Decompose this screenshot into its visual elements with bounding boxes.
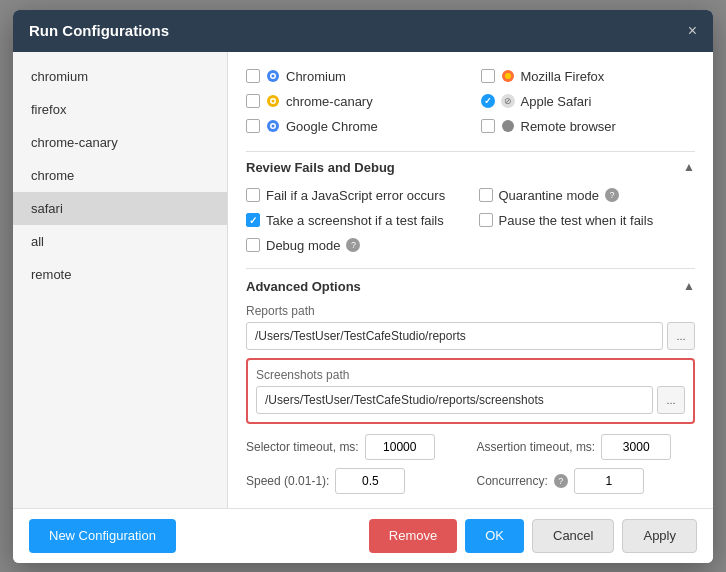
svg-point-11 <box>502 120 514 132</box>
divider-1 <box>246 151 695 152</box>
browser-canary: chrome-canary <box>246 91 461 112</box>
pause-fails-checkbox[interactable] <box>479 213 493 227</box>
firefox-checkbox[interactable] <box>481 69 495 83</box>
speed-row: Speed (0.01-1): Concurrency: ? <box>246 468 695 494</box>
js-error-checkbox[interactable] <box>246 188 260 202</box>
browser-safari-checkbox-row: ⊘ Apple Safari <box>481 91 696 112</box>
selector-timeout-input[interactable] <box>365 434 435 460</box>
advanced-section-collapse[interactable]: ▲ <box>683 279 695 293</box>
option-debug-mode: Debug mode ? <box>246 235 463 256</box>
debug-mode-checkbox[interactable] <box>246 238 260 252</box>
firefox-icon <box>501 69 515 83</box>
remove-button[interactable]: Remove <box>369 519 457 553</box>
screenshots-path-label: Screenshots path <box>256 368 685 382</box>
reports-path-input[interactable] <box>246 322 663 350</box>
dialog-title: Run Configurations <box>29 22 169 39</box>
selector-timeout-label: Selector timeout, ms: <box>246 440 359 454</box>
reports-path-row: ... <box>246 322 695 350</box>
screenshot-checkbox[interactable] <box>246 213 260 227</box>
svg-point-10 <box>272 125 275 128</box>
review-options-grid: Fail if a JavaScript error occurs Quaran… <box>246 185 695 256</box>
browser-firefox: Mozilla Firefox <box>481 66 696 87</box>
dialog-body: chromium firefox chrome-canary chrome sa… <box>13 52 713 508</box>
ok-button[interactable]: OK <box>465 519 524 553</box>
debug-mode-help-icon[interactable]: ? <box>346 238 360 252</box>
sidebar-item-firefox[interactable]: firefox <box>13 93 227 126</box>
cancel-button[interactable]: Cancel <box>532 519 614 553</box>
close-button[interactable]: × <box>688 22 697 40</box>
review-section: Review Fails and Debug ▲ Fail if a JavaS… <box>246 160 695 256</box>
sidebar: chromium firefox chrome-canary chrome sa… <box>13 52 228 508</box>
svg-point-7 <box>272 100 275 103</box>
browsers-section: Chromium Mozilla Firefox <box>246 66 695 137</box>
svg-point-4 <box>505 73 511 79</box>
chrome-checkbox[interactable] <box>246 119 260 133</box>
option-screenshot: Take a screenshot if a test fails <box>246 210 463 231</box>
screenshots-browse-button[interactable]: ... <box>657 386 685 414</box>
sidebar-item-chrome-canary[interactable]: chrome-canary <box>13 126 227 159</box>
safari-disabled-icon: ⊘ <box>501 94 515 108</box>
concurrency-help-icon[interactable]: ? <box>554 474 568 488</box>
advanced-section: Advanced Options ▲ Reports path ... Scre… <box>246 279 695 494</box>
review-section-title: Review Fails and Debug <box>246 160 395 175</box>
reports-browse-button[interactable]: ... <box>667 322 695 350</box>
canary-checkbox[interactable] <box>246 94 260 108</box>
concurrency-input[interactable] <box>574 468 644 494</box>
speed-input[interactable] <box>335 468 405 494</box>
sidebar-item-safari[interactable]: safari <box>13 192 227 225</box>
assertion-timeout-label: Assertion timeout, ms: <box>477 440 596 454</box>
option-quarantine: Quarantine mode ? <box>479 185 696 206</box>
timeout-row: Selector timeout, ms: Assertion timeout,… <box>246 434 695 460</box>
quarantine-checkbox[interactable] <box>479 188 493 202</box>
svg-point-2 <box>272 75 275 78</box>
sidebar-item-chromium[interactable]: chromium <box>13 60 227 93</box>
dialog-header: Run Configurations × <box>13 10 713 52</box>
footer-left: New Configuration <box>29 519 361 553</box>
browser-chromium: Chromium <box>246 66 461 87</box>
reports-path-label: Reports path <box>246 304 695 318</box>
chromium-icon <box>266 69 280 83</box>
review-section-collapse[interactable]: ▲ <box>683 160 695 174</box>
screenshots-path-row: ... <box>256 386 685 414</box>
browser-chrome: Google Chrome <box>246 116 461 137</box>
safari-checkbox[interactable] <box>481 94 495 108</box>
sidebar-item-all[interactable]: all <box>13 225 227 258</box>
speed-group: Speed (0.01-1): <box>246 468 465 494</box>
dialog-footer: New Configuration Remove OK Cancel Apply <box>13 508 713 563</box>
screenshots-path-input[interactable] <box>256 386 653 414</box>
chromium-checkbox[interactable] <box>246 69 260 83</box>
remote-checkbox[interactable] <box>481 119 495 133</box>
screenshots-path-section: Screenshots path ... <box>246 358 695 424</box>
option-js-error: Fail if a JavaScript error occurs <box>246 185 463 206</box>
remote-icon <box>501 119 515 133</box>
advanced-section-header: Advanced Options ▲ <box>246 279 695 294</box>
sidebar-item-remote[interactable]: remote <box>13 258 227 291</box>
speed-label: Speed (0.01-1): <box>246 474 329 488</box>
browser-remote: Remote browser <box>481 116 696 137</box>
review-section-header: Review Fails and Debug ▲ <box>246 160 695 175</box>
quarantine-help-icon[interactable]: ? <box>605 188 619 202</box>
new-configuration-button[interactable]: New Configuration <box>29 519 176 553</box>
divider-2 <box>246 268 695 269</box>
concurrency-group: Concurrency: ? <box>477 468 696 494</box>
selector-timeout-group: Selector timeout, ms: <box>246 434 465 460</box>
run-configurations-dialog: Run Configurations × chromium firefox ch… <box>13 10 713 563</box>
assertion-timeout-group: Assertion timeout, ms: <box>477 434 696 460</box>
advanced-section-title: Advanced Options <box>246 279 361 294</box>
concurrency-label: Concurrency: <box>477 474 548 488</box>
sidebar-item-chrome[interactable]: chrome <box>13 159 227 192</box>
assertion-timeout-input[interactable] <box>601 434 671 460</box>
canary-icon <box>266 94 280 108</box>
main-content: Chromium Mozilla Firefox <box>228 52 713 508</box>
chrome-icon <box>266 119 280 133</box>
apply-button[interactable]: Apply <box>622 519 697 553</box>
option-pause-fails: Pause the test when it fails <box>479 210 696 231</box>
